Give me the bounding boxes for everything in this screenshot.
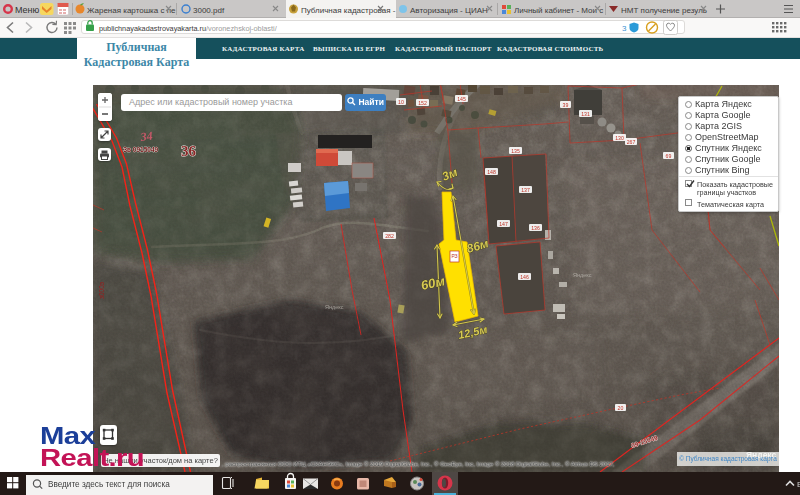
svg-text:Введите здесь текст для поиска: Введите здесь текст для поиска bbox=[48, 480, 170, 489]
svg-text:Жареная картошка с пе: Жареная картошка с пе bbox=[87, 6, 176, 15]
svg-text:69: 69 bbox=[666, 153, 672, 159]
svg-text:282: 282 bbox=[385, 233, 394, 239]
svg-text:Авторизация - ЦИАН: Авторизация - ЦИАН bbox=[410, 6, 488, 15]
svg-text:3000.pdf: 3000.pdf bbox=[193, 6, 225, 15]
svg-text:34: 34 bbox=[139, 129, 153, 144]
svg-text:36: 36 bbox=[181, 143, 197, 159]
svg-text:Яндекс: Яндекс bbox=[325, 304, 344, 310]
svg-text:Личный кабинет - Мои с: Личный кабинет - Мои с bbox=[514, 6, 603, 15]
svg-text:з000э: з000э bbox=[98, 281, 105, 299]
svg-text:135: 135 bbox=[511, 148, 520, 154]
svg-text:НМТ получение резуль: НМТ получение резуль bbox=[621, 6, 707, 15]
svg-text:Меню: Меню bbox=[15, 5, 40, 15]
svg-text:267: 267 bbox=[627, 139, 636, 145]
svg-text:147: 147 bbox=[499, 221, 508, 227]
svg-text:146: 146 bbox=[520, 274, 529, 280]
svg-text:136: 136 bbox=[531, 225, 540, 231]
svg-text:131: 131 bbox=[581, 111, 590, 117]
svg-text:39: 39 bbox=[563, 102, 569, 108]
svg-text:130: 130 bbox=[615, 135, 624, 141]
svg-text:20: 20 bbox=[618, 405, 624, 411]
svg-text:10: 10 bbox=[398, 99, 404, 105]
svg-text:145: 145 bbox=[457, 96, 466, 102]
svg-text:137: 137 bbox=[521, 187, 530, 193]
svg-text:152: 152 bbox=[418, 100, 427, 106]
svg-text:publichnayakadastrovayakarta.r: publichnayakadastrovayakarta.ru/voronezh… bbox=[99, 24, 278, 33]
svg-text:РЗ: РЗ bbox=[451, 253, 457, 259]
svg-text:Яндекс: Яндекс bbox=[573, 272, 592, 278]
svg-text:148: 148 bbox=[487, 169, 496, 175]
svg-text:Зв 0915049: Зв 0915049 bbox=[123, 146, 159, 153]
svg-text:3: 3 bbox=[622, 24, 627, 33]
